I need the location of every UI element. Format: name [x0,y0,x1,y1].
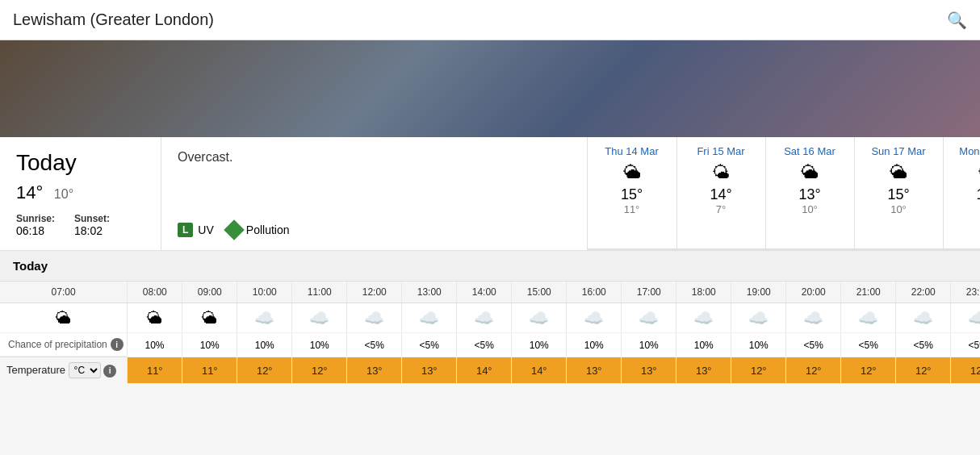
header: Lewisham (Greater London) 🔍 [0,0,980,40]
hourly-time-14: 21:00 [841,282,896,303]
hourly-precip-8: 10% [567,333,622,357]
today-low: 10° [54,187,73,201]
today-middle-panel: Overcast. L UV Pollution [161,137,588,250]
hourly-temp-11: 12° [731,357,786,384]
hourly-temp-row: Temperature °C °F i 11°11°12°12°13°13°14… [0,357,980,384]
uv-badge: L UV [178,223,214,237]
pollution-diamond-icon [224,219,244,240]
hourly-temp-13: 12° [841,357,896,384]
hourly-icon-4: ☁️ [292,303,347,333]
hourly-time-4: 11:00 [292,282,347,303]
today-temperatures: 14° 10° [16,182,144,203]
temp-unit-select[interactable]: °C °F [69,362,101,378]
today-badges: L UV Pollution [178,223,571,237]
forecast-day-name-2: Sat 16 Mar [771,145,849,157]
hourly-icon-6: ☁️ [402,303,457,333]
hourly-temp-10: 13° [676,357,731,384]
forecast-high-4: 15° [949,186,981,203]
hourly-time-11: 18:00 [676,282,731,303]
hourly-precip-12: <5% [786,333,841,357]
forecast-icon-2: 🌥 [771,162,849,183]
hourly-icon-row: 🌥🌥🌥☁️☁️☁️☁️☁️☁️☁️☁️☁️☁️☁️☁️☁️☁️ [0,303,980,333]
forecast-high-0: 15° [593,186,672,203]
hourly-temp-9: 13° [622,357,676,384]
forecast-icon-1: 🌤 [682,162,760,183]
hourly-precip-11: 10% [731,333,786,357]
sun-info: Sunrise: 06:18 Sunset: 18:02 [16,213,144,237]
hourly-temp-0: 11° [128,357,182,384]
forecast-day-4[interactable]: Mon 18 Mar 🌥 15° 9° [943,137,981,248]
hourly-icon-9: ☁️ [567,303,622,333]
hourly-icon-15: ☁️ [896,303,951,333]
hourly-precip-9: 10% [622,333,676,357]
hourly-precip-1: 10% [182,333,237,357]
sunset-label: Sunset: [74,213,110,224]
hourly-precip-row: Chance of precipitation i 10%10%10%10%<5… [0,333,980,357]
hourly-icon-14: ☁️ [841,303,896,333]
hourly-precip-13: <5% [841,333,896,357]
hourly-temp-3: 12° [292,357,347,384]
forecast-day-name-0: Thu 14 Mar [593,145,672,157]
forecast-day-name-1: Fri 15 Mar [682,145,760,157]
hourly-time-2: 09:00 [182,282,237,303]
hourly-header: Today [0,251,980,282]
forecast-low-4: 9° [949,203,981,215]
hourly-precip-10: 10% [676,333,731,357]
forecast-day-1[interactable]: Fri 15 Mar 🌤 14° 7° [676,137,765,248]
search-button[interactable]: 🔍 [947,10,967,30]
hourly-temp-7: 14° [512,357,567,384]
hourly-precip-14: <5% [896,333,951,357]
hourly-icon-11: ☁️ [676,303,731,333]
sunset-info: Sunset: 18:02 [74,213,110,237]
hourly-time-1: 08:00 [128,282,182,303]
today-section: Today 14° 10° Sunrise: 06:18 Sunset: 18:… [0,137,980,251]
today-left-panel: Today 14° 10° Sunrise: 06:18 Sunset: 18:… [0,137,161,250]
hourly-table: 07:0008:0009:0010:0011:0012:0013:0014:00… [0,282,980,383]
hourly-time-10: 17:00 [622,282,676,303]
hourly-icon-3: ☁️ [237,303,292,333]
sunrise-info: Sunrise: 06:18 [16,213,55,237]
precip-label-text: Chance of precipitation [8,339,107,350]
forecast-low-1: 7° [682,203,760,215]
hourly-temp-14: 12° [896,357,951,384]
forecast-high-2: 13° [771,186,849,203]
hourly-precip-3: 10% [292,333,347,357]
hourly-time-3: 10:00 [237,282,292,303]
hourly-icon-13: ☁️ [786,303,841,333]
hourly-precip-7: 10% [512,333,567,357]
forecast-low-2: 10° [771,203,849,215]
hourly-precip-2: 10% [237,333,292,357]
hourly-precip-4: <5% [347,333,402,357]
hourly-time-13: 20:00 [786,282,841,303]
hero-image [0,40,980,137]
hourly-temp-2: 12° [237,357,292,384]
precip-label-cell: Chance of precipitation i [0,333,128,357]
hourly-time-9: 16:00 [567,282,622,303]
hourly-temp-4: 13° [347,357,402,384]
hourly-time-8: 15:00 [512,282,567,303]
hourly-section: Today 07:0008:0009:0010:0011:0012:0013:0… [0,251,980,383]
hourly-precip-5: <5% [402,333,457,357]
forecast-high-3: 15° [860,186,938,203]
hourly-precip-15: <5% [951,333,980,357]
pollution-label: Pollution [246,223,290,236]
hourly-precip-6: <5% [457,333,512,357]
precip-info-icon[interactable]: i [111,338,124,351]
uv-level: L [178,223,193,237]
sunrise-value: 06:18 [16,224,44,237]
today-high: 14° [16,182,43,202]
forecast-high-1: 14° [682,186,760,203]
forecast-icon-0: 🌥 [593,162,672,183]
forecast-day-3[interactable]: Sun 17 Mar 🌥 15° 10° [854,137,943,248]
temp-info-icon[interactable]: i [103,365,116,378]
forecast-strip: Thu 14 Mar 🌥 15° 11° Fri 15 Mar 🌤 14° 7°… [588,137,981,250]
sunset-value: 18:02 [74,224,103,237]
hourly-icon-1: 🌥 [128,303,182,333]
forecast-day-0[interactable]: Thu 14 Mar 🌥 15° 11° [588,137,676,248]
forecast-low-0: 11° [593,203,672,215]
forecast-day-2[interactable]: Sat 16 Mar 🌥 13° 10° [765,137,854,248]
forecast-low-3: 10° [860,203,938,215]
forecast-icon-4: 🌥 [949,162,981,183]
hourly-temp-12: 12° [786,357,841,384]
hourly-icon-2: 🌥 [182,303,237,333]
